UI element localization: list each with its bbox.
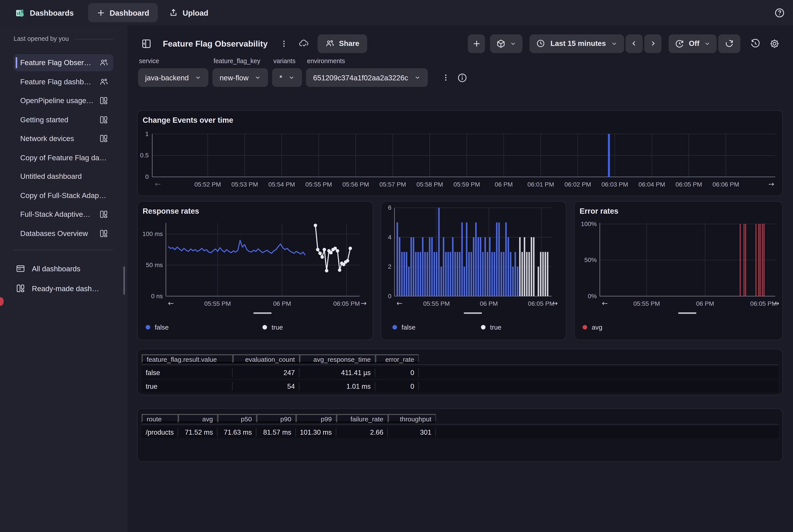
auto-refresh-label: Off — [689, 39, 699, 48]
chart-scrollbar[interactable] — [464, 312, 482, 314]
title-menu-button[interactable] — [280, 39, 289, 48]
share-button[interactable]: Share — [318, 34, 367, 53]
table-header-row: feature_flag.result.valueevaluation_coun… — [142, 352, 778, 365]
view-options-button[interactable] — [491, 34, 523, 53]
column-header-p50[interactable]: p50 — [217, 414, 256, 422]
timeframe-back-button[interactable] — [626, 34, 643, 53]
table-row: false247411.41 µs0 — [142, 366, 778, 379]
sidebar-item-all-dashboards[interactable]: All dashboards — [14, 259, 113, 278]
legend-label: avg — [592, 323, 602, 331]
column-header-p99[interactable]: p99 — [296, 414, 336, 422]
column-header-avg-response-time[interactable]: avg_response_time — [299, 354, 375, 363]
svg-text:100%: 100% — [581, 221, 597, 227]
filter-environments-dropdown[interactable]: 651209c374a1f02aa2a3226c — [306, 68, 428, 87]
sidebar-item-label: Network devices — [20, 134, 95, 142]
sidebar-item-network-devices[interactable]: Network devices — [14, 130, 113, 147]
version-history-button[interactable] — [746, 34, 763, 53]
refresh-button[interactable] — [718, 34, 740, 53]
filter-menu-button[interactable] — [439, 73, 452, 82]
settings-button[interactable] — [766, 34, 783, 53]
svg-text:05:52 PM: 05:52 PM — [195, 181, 221, 188]
svg-text:05:55 PM: 05:55 PM — [633, 300, 660, 307]
change-events-chart[interactable]: 00.5105:52 PM05:53 PM05:54 PM05:55 PM05:… — [137, 111, 783, 196]
timeframe-button[interactable]: Last 15 minutes — [530, 34, 624, 53]
legend-item-avg[interactable]: avg — [583, 323, 602, 331]
filter-feature-flag-key-dropdown[interactable]: new-flow — [213, 68, 268, 87]
column-header-feature-flag-result-value[interactable]: feature_flag.result.value — [142, 354, 233, 363]
sidebar-item-databases-overview[interactable]: Databases Overview — [14, 225, 113, 242]
help-button[interactable] — [774, 7, 785, 18]
legend-item-false[interactable]: false — [146, 323, 168, 331]
legend-item-true[interactable]: true — [481, 323, 501, 331]
sidebar-item-feature-flag-obser[interactable]: Feature Flag Obser… — [14, 54, 113, 71]
column-header-route[interactable]: route — [142, 414, 178, 422]
svg-text:←: ← — [602, 299, 608, 307]
column-header-p90[interactable]: p90 — [256, 414, 296, 422]
svg-text:←: ← — [155, 180, 161, 188]
page-title: Feature Flag Observability — [163, 39, 268, 48]
evaluations-chart[interactable]: 024605:55 PM06 PM06:05 PM←→ — [381, 202, 566, 340]
column-header-throughput[interactable]: throughput — [388, 414, 436, 422]
table-header-row: routeavgp50p90p99failure_ratethroughput — [142, 412, 778, 424]
column-header-avg[interactable]: avg — [178, 414, 218, 422]
app-root: Dashboards Dashboard Upload Last opened … — [0, 0, 793, 532]
svg-text:06:05 PM: 06:05 PM — [750, 300, 777, 307]
legend-item-true[interactable]: true — [262, 323, 283, 331]
sidebar-item-getting-started[interactable]: Getting started — [14, 111, 113, 128]
table-cell: 411.41 µs — [299, 368, 375, 377]
table-cell: 247 — [233, 368, 299, 377]
column-header-evaluation-count[interactable]: evaluation_count — [233, 354, 299, 363]
svg-text:1: 1 — [145, 131, 149, 137]
legend-item-false[interactable]: false — [392, 323, 416, 331]
legend-label: true — [272, 323, 283, 331]
chart-title: Error rates — [579, 207, 619, 215]
filter-info-button[interactable] — [457, 73, 467, 83]
sidebar-item-untitled-dashboard[interactable]: Untitled dashboard — [14, 168, 113, 185]
grid-icon — [16, 283, 25, 293]
svg-text:06:05 PM: 06:05 PM — [528, 300, 555, 307]
dashboards-app-icon[interactable] — [15, 8, 25, 17]
panel-collapse-button[interactable] — [141, 38, 152, 49]
response-rates-chart[interactable]: 0 ns50 ms100 ms05:55 PM06 PM06:05 PM←→ — [137, 202, 373, 340]
auto-refresh-button[interactable]: Off — [669, 34, 717, 53]
filter-service-dropdown[interactable]: java-backend — [138, 68, 208, 87]
app-title[interactable]: Dashboards — [30, 8, 74, 17]
upload-button[interactable]: Upload — [169, 8, 208, 17]
table-cell: false — [142, 368, 233, 377]
column-header-error-rate[interactable]: error_rate — [375, 354, 419, 363]
sidebar-item-copy-of-full-stack-adap[interactable]: Copy of Full-Stack Adap… — [14, 187, 113, 204]
svg-text:06:03 PM: 06:03 PM — [602, 181, 628, 188]
chart-scrollbar[interactable] — [678, 312, 696, 314]
sidebar-item-feature-flag-dashb[interactable]: Feature Flag dashb… — [14, 73, 113, 90]
add-tile-button[interactable] — [468, 34, 485, 53]
table-row: true541.01 ms0 — [142, 380, 778, 392]
chevron-down-icon — [195, 74, 201, 81]
dashboard-tab[interactable]: Dashboard — [88, 3, 158, 22]
folder-icon — [16, 264, 25, 273]
grid-icon — [99, 115, 108, 124]
sidebar-item-copy-of-feature-flag-da[interactable]: Copy of Feature Flag da… — [14, 149, 113, 166]
filter-variants-dropdown[interactable]: * — [272, 68, 302, 87]
legend-dot — [392, 325, 397, 329]
sidebar-item-label: Ready-made dash… — [32, 284, 99, 292]
legend-dot — [481, 325, 485, 329]
svg-text:05:55 PM: 05:55 PM — [204, 300, 231, 307]
gear-icon — [769, 38, 779, 49]
svg-text:50 ms: 50 ms — [146, 262, 163, 268]
timeframe-forward-button[interactable] — [644, 34, 662, 53]
sidebar-item-full-stack-adaptive[interactable]: Full-Stack Adaptive… — [14, 206, 113, 223]
sidebar-section-header: Last opened by you — [14, 35, 113, 42]
filter-field-service: servicejava-backend — [138, 58, 208, 87]
chevron-down-icon — [414, 74, 421, 81]
error-rates-chart[interactable]: 0%50%100%05:55 PM06 PM06:05 PM←→ — [574, 202, 783, 340]
svg-text:←: ← — [396, 299, 403, 307]
upload-icon — [169, 8, 178, 17]
sidebar-item-openpipeline-usage[interactable]: OpenPipeline usage… — [14, 92, 113, 109]
sidebar-scrollbar[interactable] — [124, 266, 125, 295]
svg-text:06 PM: 06 PM — [696, 300, 714, 307]
svg-text:05:54 PM: 05:54 PM — [269, 181, 295, 188]
sidebar-item-ready-made-dash[interactable]: Ready-made dash… — [14, 279, 113, 298]
sync-status-icon — [298, 38, 310, 49]
chart-scrollbar[interactable] — [253, 312, 272, 314]
column-header-failure-rate[interactable]: failure_rate — [336, 414, 388, 422]
